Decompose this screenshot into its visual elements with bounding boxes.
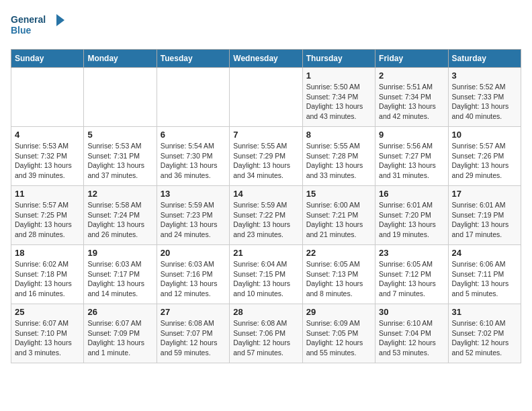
day-cell: 22Sunrise: 6:05 AM Sunset: 7:13 PM Dayli…	[302, 245, 375, 304]
day-number: 24	[452, 248, 517, 258]
day-cell: 16Sunrise: 6:01 AM Sunset: 7:20 PM Dayli…	[375, 186, 448, 245]
day-cell: 28Sunrise: 6:08 AM Sunset: 7:06 PM Dayli…	[230, 304, 302, 363]
day-number: 14	[233, 189, 298, 199]
weekday-header-monday: Monday	[84, 50, 157, 68]
day-info: Sunrise: 5:57 AM Sunset: 7:26 PM Dayligh…	[452, 141, 517, 181]
day-cell: 23Sunrise: 6:05 AM Sunset: 7:12 PM Dayli…	[375, 245, 448, 304]
day-cell: 3Sunrise: 5:52 AM Sunset: 7:33 PM Daylig…	[448, 68, 521, 127]
weekday-header-row: SundayMondayTuesdayWednesdayThursdayFrid…	[11, 50, 521, 68]
day-cell: 8Sunrise: 5:55 AM Sunset: 7:28 PM Daylig…	[302, 127, 375, 186]
day-number: 28	[233, 307, 298, 317]
day-info: Sunrise: 6:06 AM Sunset: 7:11 PM Dayligh…	[452, 259, 517, 299]
day-info: Sunrise: 6:05 AM Sunset: 7:12 PM Dayligh…	[379, 259, 444, 299]
day-number: 13	[161, 189, 226, 199]
day-cell: 24Sunrise: 6:06 AM Sunset: 7:11 PM Dayli…	[448, 245, 521, 304]
day-number: 8	[306, 130, 371, 140]
day-cell: 19Sunrise: 6:03 AM Sunset: 7:17 PM Dayli…	[84, 245, 157, 304]
day-number: 20	[161, 248, 226, 258]
week-row-3: 11Sunrise: 5:57 AM Sunset: 7:25 PM Dayli…	[11, 186, 521, 245]
day-info: Sunrise: 5:52 AM Sunset: 7:33 PM Dayligh…	[452, 82, 517, 122]
day-cell: 27Sunrise: 6:08 AM Sunset: 7:07 PM Dayli…	[157, 304, 229, 363]
day-info: Sunrise: 5:55 AM Sunset: 7:29 PM Dayligh…	[233, 141, 298, 181]
day-cell: 30Sunrise: 6:10 AM Sunset: 7:04 PM Dayli…	[375, 304, 448, 363]
day-number: 21	[233, 248, 298, 258]
week-row-5: 25Sunrise: 6:07 AM Sunset: 7:10 PM Dayli…	[11, 304, 521, 363]
day-info: Sunrise: 6:03 AM Sunset: 7:16 PM Dayligh…	[161, 259, 226, 299]
weekday-header-wednesday: Wednesday	[230, 50, 302, 68]
day-info: Sunrise: 5:54 AM Sunset: 7:30 PM Dayligh…	[161, 141, 226, 181]
day-cell: 15Sunrise: 6:00 AM Sunset: 7:21 PM Dayli…	[302, 186, 375, 245]
day-cell: 7Sunrise: 5:55 AM Sunset: 7:29 PM Daylig…	[230, 127, 302, 186]
day-cell: 21Sunrise: 6:04 AM Sunset: 7:15 PM Dayli…	[230, 245, 302, 304]
day-info: Sunrise: 6:09 AM Sunset: 7:05 PM Dayligh…	[306, 318, 371, 358]
day-cell: 12Sunrise: 5:58 AM Sunset: 7:24 PM Dayli…	[84, 186, 157, 245]
day-info: Sunrise: 6:00 AM Sunset: 7:21 PM Dayligh…	[306, 200, 371, 240]
day-info: Sunrise: 6:10 AM Sunset: 7:04 PM Dayligh…	[379, 318, 444, 358]
day-number: 9	[379, 130, 444, 140]
day-cell	[11, 68, 84, 127]
day-info: Sunrise: 6:08 AM Sunset: 7:06 PM Dayligh…	[233, 318, 298, 358]
day-info: Sunrise: 5:59 AM Sunset: 7:23 PM Dayligh…	[161, 200, 226, 240]
day-number: 23	[379, 248, 444, 258]
week-row-4: 18Sunrise: 6:02 AM Sunset: 7:18 PM Dayli…	[11, 245, 521, 304]
day-number: 25	[15, 307, 80, 317]
day-cell: 26Sunrise: 6:07 AM Sunset: 7:09 PM Dayli…	[84, 304, 157, 363]
week-row-1: 1Sunrise: 5:50 AM Sunset: 7:34 PM Daylig…	[11, 68, 521, 127]
day-info: Sunrise: 5:53 AM Sunset: 7:31 PM Dayligh…	[87, 141, 152, 181]
day-info: Sunrise: 6:05 AM Sunset: 7:13 PM Dayligh…	[306, 259, 371, 299]
day-cell: 6Sunrise: 5:54 AM Sunset: 7:30 PM Daylig…	[157, 127, 229, 186]
day-number: 10	[452, 130, 517, 140]
day-info: Sunrise: 6:01 AM Sunset: 7:19 PM Dayligh…	[452, 200, 517, 240]
day-number: 6	[161, 130, 226, 140]
day-number: 22	[306, 248, 371, 258]
day-info: Sunrise: 6:02 AM Sunset: 7:18 PM Dayligh…	[15, 259, 80, 299]
day-cell: 1Sunrise: 5:50 AM Sunset: 7:34 PM Daylig…	[302, 68, 375, 127]
day-cell: 11Sunrise: 5:57 AM Sunset: 7:25 PM Dayli…	[11, 186, 84, 245]
weekday-header-thursday: Thursday	[302, 50, 375, 68]
day-cell	[84, 68, 157, 127]
day-number: 2	[379, 71, 444, 81]
day-cell: 29Sunrise: 6:09 AM Sunset: 7:05 PM Dayli…	[302, 304, 375, 363]
day-info: Sunrise: 6:01 AM Sunset: 7:20 PM Dayligh…	[379, 200, 444, 240]
day-cell	[230, 68, 302, 127]
day-number: 16	[379, 189, 444, 199]
day-info: Sunrise: 6:03 AM Sunset: 7:17 PM Dayligh…	[87, 259, 152, 299]
day-number: 19	[87, 248, 152, 258]
weekday-header-saturday: Saturday	[448, 50, 521, 68]
day-info: Sunrise: 5:50 AM Sunset: 7:34 PM Dayligh…	[306, 82, 371, 122]
svg-text:Blue: Blue	[11, 25, 32, 36]
day-cell: 14Sunrise: 5:59 AM Sunset: 7:22 PM Dayli…	[230, 186, 302, 245]
day-number: 4	[15, 130, 80, 140]
day-info: Sunrise: 5:56 AM Sunset: 7:27 PM Dayligh…	[379, 141, 444, 181]
logo-svg: General Blue	[11, 11, 64, 41]
week-row-2: 4Sunrise: 5:53 AM Sunset: 7:32 PM Daylig…	[11, 127, 521, 186]
logo: General Blue	[11, 11, 64, 41]
day-info: Sunrise: 5:58 AM Sunset: 7:24 PM Dayligh…	[87, 200, 152, 240]
day-number: 27	[161, 307, 226, 317]
page-header: General Blue	[11, 11, 521, 41]
day-info: Sunrise: 5:59 AM Sunset: 7:22 PM Dayligh…	[233, 200, 298, 240]
day-info: Sunrise: 6:04 AM Sunset: 7:15 PM Dayligh…	[233, 259, 298, 299]
day-number: 5	[87, 130, 152, 140]
day-info: Sunrise: 5:57 AM Sunset: 7:25 PM Dayligh…	[15, 200, 80, 240]
day-number: 26	[87, 307, 152, 317]
day-cell: 18Sunrise: 6:02 AM Sunset: 7:18 PM Dayli…	[11, 245, 84, 304]
weekday-header-tuesday: Tuesday	[157, 50, 229, 68]
weekday-header-friday: Friday	[375, 50, 448, 68]
day-cell	[157, 68, 229, 127]
day-info: Sunrise: 6:10 AM Sunset: 7:02 PM Dayligh…	[452, 318, 517, 358]
day-cell: 10Sunrise: 5:57 AM Sunset: 7:26 PM Dayli…	[448, 127, 521, 186]
day-number: 7	[233, 130, 298, 140]
day-number: 18	[15, 248, 80, 258]
day-cell: 13Sunrise: 5:59 AM Sunset: 7:23 PM Dayli…	[157, 186, 229, 245]
calendar-table: SundayMondayTuesdayWednesdayThursdayFrid…	[11, 49, 521, 363]
day-info: Sunrise: 5:53 AM Sunset: 7:32 PM Dayligh…	[15, 141, 80, 181]
day-cell: 31Sunrise: 6:10 AM Sunset: 7:02 PM Dayli…	[448, 304, 521, 363]
day-number: 30	[379, 307, 444, 317]
day-info: Sunrise: 5:55 AM Sunset: 7:28 PM Dayligh…	[306, 141, 371, 181]
day-cell: 17Sunrise: 6:01 AM Sunset: 7:19 PM Dayli…	[448, 186, 521, 245]
day-cell: 9Sunrise: 5:56 AM Sunset: 7:27 PM Daylig…	[375, 127, 448, 186]
day-cell: 25Sunrise: 6:07 AM Sunset: 7:10 PM Dayli…	[11, 304, 84, 363]
day-cell: 5Sunrise: 5:53 AM Sunset: 7:31 PM Daylig…	[84, 127, 157, 186]
day-cell: 20Sunrise: 6:03 AM Sunset: 7:16 PM Dayli…	[157, 245, 229, 304]
